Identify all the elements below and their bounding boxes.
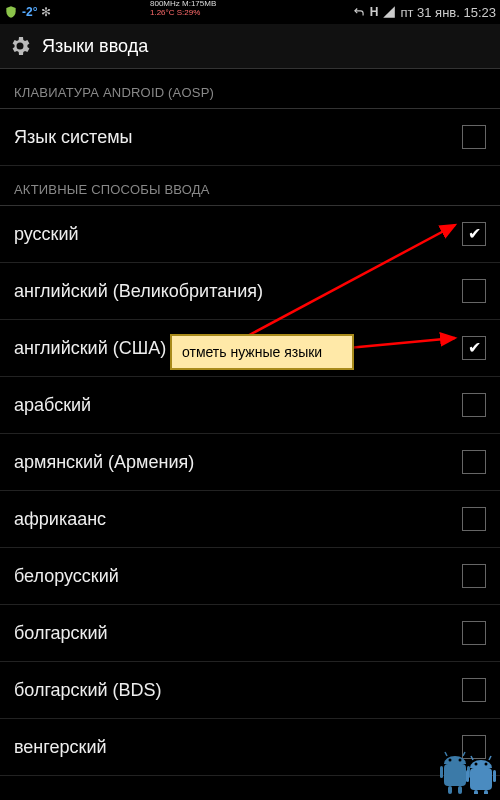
title-bar: Языки ввода: [0, 24, 500, 69]
status-clock: пт 31 янв. 15:23: [400, 5, 496, 20]
row-label: Язык системы: [14, 127, 133, 148]
checkbox-language[interactable]: [462, 564, 486, 588]
svg-point-12: [475, 763, 478, 766]
svg-rect-8: [458, 786, 462, 794]
android-mascot-icon: [438, 744, 498, 798]
row-label: болгарский (BDS): [14, 680, 162, 701]
svg-point-13: [485, 763, 488, 766]
row-label: английский (США): [14, 338, 166, 359]
checkbox-language[interactable]: [462, 279, 486, 303]
svg-rect-2: [444, 764, 466, 786]
annotation-text: отметь нужные языки: [182, 344, 322, 360]
status-cpu-line: 800MHz M:175MB: [150, 0, 216, 8]
section-header-keyboard: КЛАВИАТУРА ANDROID (AOSP): [0, 69, 500, 108]
svg-line-18: [471, 756, 473, 760]
svg-line-19: [489, 756, 491, 760]
row-label: английский (Великобритания): [14, 281, 263, 302]
row-language[interactable]: белорусский: [0, 548, 500, 605]
gear-icon: [8, 34, 32, 58]
svg-line-10: [463, 752, 465, 756]
status-temp-line: 1.26°C S:29%: [150, 8, 200, 17]
row-language[interactable]: армянский (Армения): [0, 434, 500, 491]
checkbox-system-language[interactable]: [462, 125, 486, 149]
uturn-icon: [352, 5, 366, 19]
svg-point-4: [459, 759, 462, 762]
row-label: армянский (Армения): [14, 452, 194, 473]
svg-line-9: [445, 752, 447, 756]
svg-rect-11: [470, 768, 492, 790]
shield-icon: [4, 5, 18, 19]
row-label: африкаанс: [14, 509, 106, 530]
settings-list[interactable]: КЛАВИАТУРА ANDROID (AOSP) Язык системы А…: [0, 69, 500, 776]
svg-rect-17: [484, 790, 488, 794]
row-language[interactable]: русский: [0, 206, 500, 263]
checkbox-language[interactable]: [462, 450, 486, 474]
svg-rect-5: [440, 766, 443, 778]
checkbox-language[interactable]: [462, 336, 486, 360]
temp-icon: -2°: [22, 5, 37, 19]
checkbox-language[interactable]: [462, 507, 486, 531]
row-language[interactable]: африкаанс: [0, 491, 500, 548]
row-label: белорусский: [14, 566, 119, 587]
annotation-callout: отметь нужные языки: [170, 334, 354, 370]
svg-point-3: [449, 759, 452, 762]
section-header-active: АКТИВНЫЕ СПОСОБЫ ВВОДА: [0, 166, 500, 205]
row-label: венгерский: [14, 737, 107, 758]
row-language[interactable]: болгарский (BDS): [0, 662, 500, 719]
row-language[interactable]: английский (Великобритания): [0, 263, 500, 320]
status-bar: -2° ✻ 800MHz M:175MB 1.26°C S:29% H пт 3…: [0, 0, 500, 24]
row-label: арабский: [14, 395, 91, 416]
signal-bars-icon: [382, 5, 396, 19]
status-mid: 800MHz M:175MB 1.26°C S:29%: [150, 0, 216, 18]
checkbox-language[interactable]: [462, 222, 486, 246]
checkbox-language[interactable]: [462, 621, 486, 645]
row-language[interactable]: болгарский: [0, 605, 500, 662]
row-system-language[interactable]: Язык системы: [0, 109, 500, 166]
status-right: H пт 31 янв. 15:23: [352, 5, 496, 20]
svg-rect-16: [474, 790, 478, 794]
signal-icon: H: [370, 5, 379, 19]
svg-rect-15: [493, 770, 496, 782]
page-title: Языки ввода: [42, 36, 148, 57]
svg-rect-14: [466, 770, 469, 782]
snowflake-icon: ✻: [41, 5, 51, 19]
row-language[interactable]: венгерский: [0, 719, 500, 776]
row-language[interactable]: арабский: [0, 377, 500, 434]
svg-rect-7: [448, 786, 452, 794]
status-left: -2° ✻: [4, 5, 51, 19]
row-label: русский: [14, 224, 79, 245]
row-label: болгарский: [14, 623, 108, 644]
checkbox-language[interactable]: [462, 678, 486, 702]
checkbox-language[interactable]: [462, 393, 486, 417]
